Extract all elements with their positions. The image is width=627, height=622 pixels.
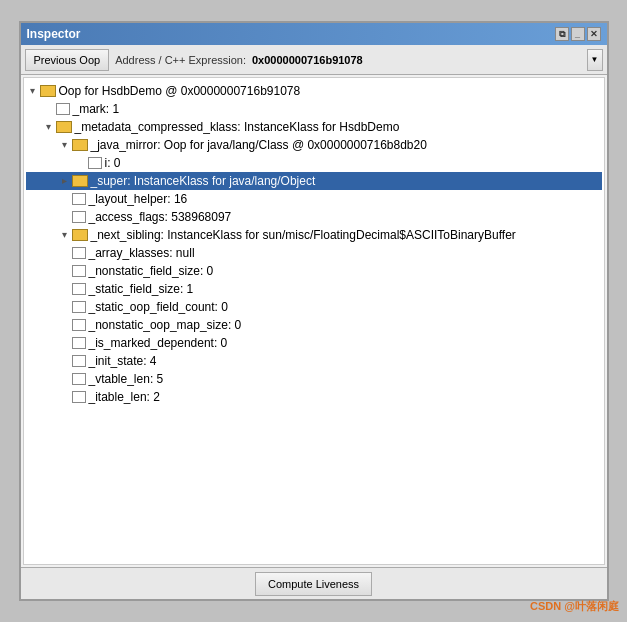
tree-item[interactable]: _nonstatic_oop_map_size: 0: [26, 316, 602, 334]
minimize-btn[interactable]: _: [571, 27, 585, 41]
title-bar-controls: ⧉ _ ✕: [555, 27, 601, 41]
tree-item-text: _itable_len: 2: [89, 389, 160, 405]
tree-expander[interactable]: [74, 156, 88, 170]
tree-expander[interactable]: [58, 390, 72, 404]
file-icon: [72, 193, 86, 205]
tree-item[interactable]: _nonstatic_field_size: 0: [26, 262, 602, 280]
watermark: CSDN @叶落闲庭: [530, 599, 619, 614]
tree-expander[interactable]: [58, 336, 72, 350]
tree-expander[interactable]: [58, 282, 72, 296]
tree-item[interactable]: _array_klasses: null: [26, 244, 602, 262]
file-icon: [72, 301, 86, 313]
tree-expander[interactable]: [58, 264, 72, 278]
tree-item[interactable]: _is_marked_dependent: 0: [26, 334, 602, 352]
tree-content[interactable]: ▾Oop for HsdbDemo @ 0x0000000716b91078_m…: [23, 77, 605, 565]
tree-item[interactable]: ▾_metadata_compressed_klass: InstanceKla…: [26, 118, 602, 136]
tree-item[interactable]: ▾_java_mirror: Oop for java/lang/Class @…: [26, 136, 602, 154]
tree-expander[interactable]: ▾: [58, 228, 72, 242]
tree-item[interactable]: _itable_len: 2: [26, 388, 602, 406]
tree-item-text: Oop for HsdbDemo @ 0x0000000716b91078: [59, 83, 301, 99]
tree-item-text: _static_oop_field_count: 0: [89, 299, 228, 315]
file-icon: [56, 103, 70, 115]
prev-oop-button[interactable]: Previous Oop: [25, 49, 110, 71]
folder-icon: [40, 85, 56, 97]
file-icon: [72, 247, 86, 259]
address-label: Address / C++ Expression:: [115, 54, 246, 66]
bottom-bar: Compute Liveness: [21, 567, 607, 599]
file-icon: [88, 157, 102, 169]
file-icon: [72, 391, 86, 403]
tree-item-text: _nonstatic_field_size: 0: [89, 263, 214, 279]
tree-expander[interactable]: [58, 246, 72, 260]
tree-expander[interactable]: [58, 210, 72, 224]
compute-liveness-button[interactable]: Compute Liveness: [255, 572, 372, 596]
tree-item[interactable]: _access_flags: 538968097: [26, 208, 602, 226]
tree-expander[interactable]: ▾: [26, 84, 40, 98]
window-title: Inspector: [27, 27, 81, 41]
close-btn[interactable]: ✕: [587, 27, 601, 41]
folder-icon: [72, 229, 88, 241]
tree-expander[interactable]: ▾: [42, 120, 56, 134]
tree-item-text: _static_field_size: 1: [89, 281, 194, 297]
folder-icon: [72, 175, 88, 187]
tree-expander[interactable]: ▸: [58, 174, 72, 188]
tree-item-text: i: 0: [105, 155, 121, 171]
tree-item[interactable]: ▾_next_sibling: InstanceKlass for sun/mi…: [26, 226, 602, 244]
tree-item-text: _nonstatic_oop_map_size: 0: [89, 317, 242, 333]
tree-expander[interactable]: [58, 318, 72, 332]
tree-expander[interactable]: ▾: [58, 138, 72, 152]
file-icon: [72, 211, 86, 223]
tree-expander[interactable]: [58, 372, 72, 386]
folder-icon: [72, 139, 88, 151]
tree-expander[interactable]: [42, 102, 56, 116]
tree-item[interactable]: _mark: 1: [26, 100, 602, 118]
file-icon: [72, 337, 86, 349]
tree-expander[interactable]: [58, 354, 72, 368]
tree-item-text: _mark: 1: [73, 101, 120, 117]
file-icon: [72, 373, 86, 385]
folder-icon: [56, 121, 72, 133]
tree-item-text: _init_state: 4: [89, 353, 157, 369]
restore-btn[interactable]: ⧉: [555, 27, 569, 41]
tree-item-text: _java_mirror: Oop for java/lang/Class @ …: [91, 137, 427, 153]
tree-item-text: _super: InstanceKlass for java/lang/Obje…: [91, 173, 316, 189]
file-icon: [72, 319, 86, 331]
tree-item-text: _layout_helper: 16: [89, 191, 188, 207]
tree-item[interactable]: _init_state: 4: [26, 352, 602, 370]
tree-item-text: _vtable_len: 5: [89, 371, 164, 387]
tree-item[interactable]: ▾Oop for HsdbDemo @ 0x0000000716b91078: [26, 82, 602, 100]
tree-item-text: _access_flags: 538968097: [89, 209, 232, 225]
tree-item-text: _array_klasses: null: [89, 245, 195, 261]
file-icon: [72, 283, 86, 295]
title-bar: Inspector ⧉ _ ✕: [21, 23, 607, 45]
file-icon: [72, 355, 86, 367]
dropdown-arrow[interactable]: ▼: [587, 49, 603, 71]
tree-item[interactable]: i: 0: [26, 154, 602, 172]
tree-expander[interactable]: [58, 300, 72, 314]
tree-item[interactable]: ▸_super: InstanceKlass for java/lang/Obj…: [26, 172, 602, 190]
address-value: 0x0000000716b91078: [252, 54, 581, 66]
tree-item[interactable]: _vtable_len: 5: [26, 370, 602, 388]
tree-item[interactable]: _static_field_size: 1: [26, 280, 602, 298]
tree-item-text: _next_sibling: InstanceKlass for sun/mis…: [91, 227, 516, 243]
toolbar: Previous Oop Address / C++ Expression: 0…: [21, 45, 607, 75]
inspector-window: Inspector ⧉ _ ✕ Previous Oop Address / C…: [19, 21, 609, 601]
tree-item-text: _metadata_compressed_klass: InstanceKlas…: [75, 119, 400, 135]
tree-item[interactable]: _layout_helper: 16: [26, 190, 602, 208]
tree-item-text: _is_marked_dependent: 0: [89, 335, 228, 351]
tree-item[interactable]: _static_oop_field_count: 0: [26, 298, 602, 316]
tree-expander[interactable]: [58, 192, 72, 206]
file-icon: [72, 265, 86, 277]
